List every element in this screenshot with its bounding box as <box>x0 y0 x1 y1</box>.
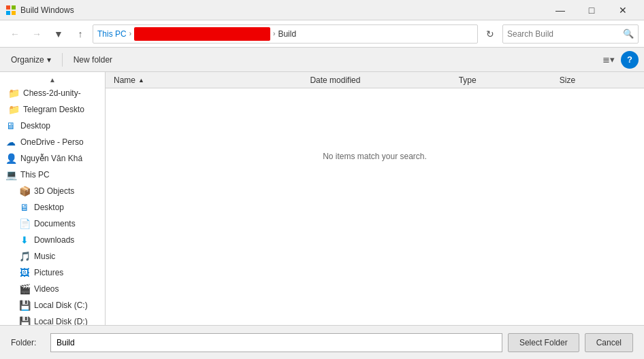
sidebar-item-music[interactable]: 🎵 Music <box>0 248 105 264</box>
sidebar-item-telegram[interactable]: 📁 Telegram Deskto <box>0 101 105 118</box>
search-input[interactable] <box>507 29 620 39</box>
downloads-icon: ⬇ <box>19 235 30 245</box>
organize-label: Organize <box>11 55 44 65</box>
sidebar-item-user[interactable]: 👤 Nguyễn Văn Khá <box>0 150 105 167</box>
sidebar-item-diskc[interactable]: 💾 Local Disk (C:) <box>0 297 105 313</box>
toolbar: Organize ▾ New folder ≣ ▾ ? <box>0 48 644 72</box>
organize-button[interactable]: Organize ▾ <box>5 50 57 69</box>
sidebar-label: Nguyễn Văn Khá <box>20 154 82 163</box>
sidebar-label: Local Disk (D:) <box>34 317 88 325</box>
main-area: ▲ 📁 Chess-2d-unity- 📁 Telegram Deskto 🖥 … <box>0 72 644 325</box>
sidebar-label: Desktop <box>34 203 64 212</box>
breadcrumb-sep-2: › <box>273 30 275 37</box>
search-icon: 🔍 <box>623 29 634 39</box>
pictures-icon: 🖼 <box>19 267 30 278</box>
sidebar-item-documents[interactable]: 📄 Documents <box>0 216 105 232</box>
minimize-button[interactable]: — <box>545 0 576 20</box>
folder-icon: 📁 <box>8 104 19 115</box>
breadcrumb-thispc[interactable]: This PC <box>97 29 127 39</box>
breadcrumb-sep-1: › <box>129 30 131 37</box>
organize-arrow-icon: ▾ <box>47 55 51 65</box>
view-icon: ≣ <box>602 54 610 65</box>
view-arrow-icon: ▾ <box>610 54 615 65</box>
sidebar-label: Chess-2d-unity- <box>23 88 81 98</box>
folder-icon: 📁 <box>8 88 19 99</box>
breadcrumb-redacted-path <box>134 27 270 41</box>
onedrive-icon: ☁ <box>5 137 16 148</box>
documents-icon: 📄 <box>19 218 30 229</box>
nav-dropdown-button[interactable]: ▼ <box>49 24 68 44</box>
videos-icon: 🎬 <box>19 284 30 294</box>
svg-rect-1 <box>12 5 16 10</box>
scroll-up-arrow: ▲ <box>49 76 56 84</box>
column-date-label: Date modified <box>310 75 360 85</box>
view-button[interactable]: ≣ ▾ <box>599 50 618 69</box>
file-header: Name ▲ Date modified Type Size <box>106 72 644 88</box>
3dobjects-icon: 📦 <box>19 186 30 196</box>
sidebar-label: OneDrive - Perso <box>20 137 84 147</box>
sidebar-label: 3D Objects <box>34 186 74 196</box>
sidebar-item-chess[interactable]: 📁 Chess-2d-unity- <box>0 85 105 101</box>
sidebar-label: Documents <box>34 219 76 228</box>
toolbar-separator <box>62 53 63 67</box>
new-folder-button[interactable]: New folder <box>68 50 118 69</box>
empty-message: No items match your search. <box>106 88 644 224</box>
column-size[interactable]: Size <box>557 75 639 85</box>
diskc-icon: 💾 <box>19 300 30 311</box>
desktop2-icon: 🖥 <box>19 202 30 213</box>
cancel-button[interactable]: Cancel <box>585 333 633 352</box>
column-type[interactable]: Type <box>456 75 557 85</box>
column-type-label: Type <box>459 75 477 85</box>
folder-input[interactable] <box>50 333 502 352</box>
svg-rect-0 <box>6 5 10 10</box>
sidebar-item-3dobjects[interactable]: 📦 3D Objects <box>0 183 105 199</box>
sidebar-label: Music <box>34 252 55 261</box>
close-button[interactable]: ✕ <box>607 0 639 20</box>
toolbar-right: ≣ ▾ ? <box>599 50 639 69</box>
thispc-icon: 💻 <box>5 169 16 180</box>
up-button[interactable]: ↑ <box>71 24 90 44</box>
folder-label: Folder: <box>11 338 45 347</box>
sidebar-item-diskd[interactable]: 💾 Local Disk (D:) <box>0 313 105 325</box>
maximize-button[interactable]: □ <box>576 0 607 20</box>
sidebar-label: Desktop <box>20 121 50 131</box>
column-name-label: Name <box>114 75 135 85</box>
breadcrumb-current: Build <box>278 29 296 39</box>
sidebar-label: Local Disk (C:) <box>34 301 88 310</box>
sidebar-item-thispc[interactable]: 💻 This PC <box>0 167 105 183</box>
desktop-icon: 🖥 <box>5 120 16 131</box>
window-title: Build Windows <box>20 5 74 15</box>
sidebar-label: Pictures <box>34 268 63 277</box>
sidebar-item-desktop2[interactable]: 🖥 Desktop <box>0 199 105 216</box>
sidebar-label: Videos <box>34 284 59 294</box>
footer: Folder: Select Folder Cancel <box>0 325 644 359</box>
empty-text: No items match your search. <box>323 152 427 161</box>
refresh-button[interactable]: ↻ <box>481 24 500 44</box>
back-button[interactable]: ← <box>5 24 25 44</box>
sidebar-label: This PC <box>20 170 50 180</box>
title-bar: Build Windows — □ ✕ <box>0 0 644 20</box>
select-folder-button[interactable]: Select Folder <box>508 333 579 352</box>
sidebar-item-desktop[interactable]: 🖥 Desktop <box>0 118 105 134</box>
sidebar-label: Telegram Deskto <box>23 105 84 114</box>
file-area: Name ▲ Date modified Type Size No items … <box>106 72 644 325</box>
sidebar-item-pictures[interactable]: 🖼 Pictures <box>0 264 105 281</box>
sidebar-item-onedrive[interactable]: ☁ OneDrive - Perso <box>0 134 105 150</box>
user-icon: 👤 <box>5 153 16 164</box>
column-name[interactable]: Name ▲ <box>111 75 307 85</box>
help-button[interactable]: ? <box>621 51 639 69</box>
sidebar: ▲ 📁 Chess-2d-unity- 📁 Telegram Deskto 🖥 … <box>0 72 106 325</box>
sidebar-item-downloads[interactable]: ⬇ Downloads <box>0 232 105 248</box>
sidebar-item-videos[interactable]: 🎬 Videos <box>0 281 105 297</box>
forward-button[interactable]: → <box>27 24 46 44</box>
sidebar-label: Downloads <box>34 235 74 245</box>
search-box: 🔍 <box>502 24 639 44</box>
app-icon <box>5 5 16 16</box>
window-controls: — □ ✕ <box>545 0 639 20</box>
sort-arrow-icon: ▲ <box>138 77 144 84</box>
svg-rect-2 <box>6 11 10 15</box>
column-date-modified[interactable]: Date modified <box>307 75 455 85</box>
sidebar-scroll-up[interactable]: ▲ <box>0 75 105 85</box>
diskd-icon: 💾 <box>19 316 30 325</box>
breadcrumb-bar[interactable]: This PC › › Build <box>93 24 478 44</box>
